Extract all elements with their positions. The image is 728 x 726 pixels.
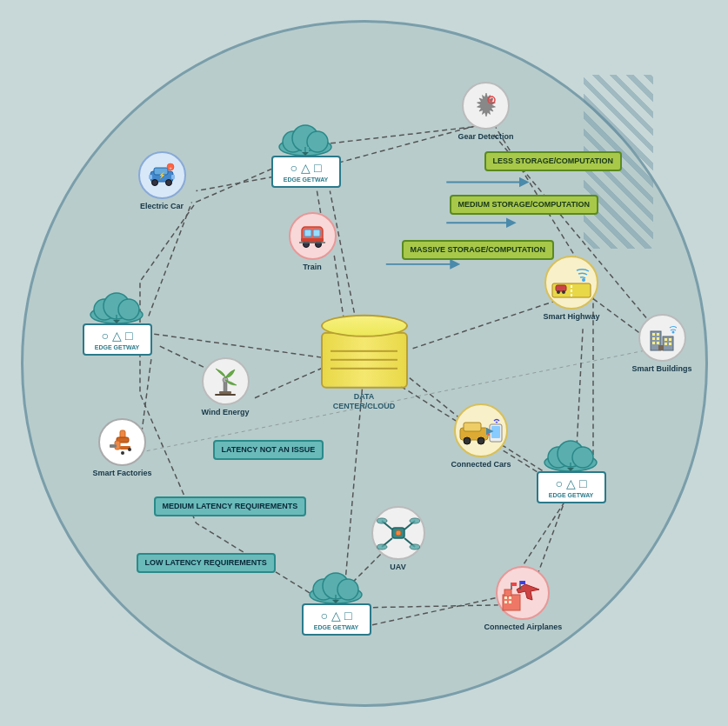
svg-point-107 xyxy=(672,331,675,334)
cloud-right-icon xyxy=(543,438,599,471)
uav-icon xyxy=(371,506,425,560)
svg-point-93 xyxy=(582,278,585,282)
svg-point-116 xyxy=(410,544,420,549)
svg-line-13 xyxy=(411,300,557,349)
smart-buildings-icon xyxy=(638,314,686,362)
svg-text:⚡: ⚡ xyxy=(158,171,166,179)
connected-cars-node: Connected Cars xyxy=(451,403,511,470)
svg-rect-98 xyxy=(652,337,655,340)
wind-energy-icon xyxy=(202,357,250,405)
cloud-top-icon xyxy=(277,123,334,156)
gateway-shapes-right: ○△□ xyxy=(556,476,587,490)
svg-point-56 xyxy=(152,180,158,186)
svg-point-92 xyxy=(562,290,565,294)
wind-energy-node: Wind Energy xyxy=(202,357,250,418)
gear-detection-icon xyxy=(462,82,510,130)
edge-gateway-label-left: EDGE GETWAY xyxy=(95,344,139,350)
edge-gateway-top: ○△□ EDGE GETWAY xyxy=(271,123,341,188)
cloud-bottom-icon xyxy=(308,570,364,603)
edge-gateway-label-top: EDGE GETWAY xyxy=(284,177,328,183)
edge-gateway-box-left: ○△□ EDGE GETWAY xyxy=(83,323,152,356)
svg-point-42 xyxy=(572,447,593,468)
svg-rect-68 xyxy=(301,238,324,242)
smart-buildings-node: Smart Buildings xyxy=(632,314,692,375)
gateway-shapes: ○△□ xyxy=(291,161,322,175)
svg-rect-95 xyxy=(663,336,673,350)
svg-point-78 xyxy=(121,451,124,455)
gateway-shapes-bottom: ○△□ xyxy=(321,609,352,623)
edge-gateway-label-right: EDGE GETWAY xyxy=(549,492,593,498)
edge-gateway-box-right: ○△□ EDGE GETWAY xyxy=(537,471,606,503)
wind-energy-label: Wind Energy xyxy=(202,408,250,418)
electric-car-label: Electric Car xyxy=(140,202,184,212)
train-label: Train xyxy=(303,263,322,273)
svg-point-85 xyxy=(478,437,484,444)
svg-rect-96 xyxy=(652,333,655,336)
uav-label: UAV xyxy=(390,563,405,573)
svg-rect-64 xyxy=(304,230,311,236)
massive-storage-label: MASSIVE STORAGE/COMPUTATION xyxy=(402,240,555,261)
medium-storage-box: MEDIUM STORAGE/COMPUTATION xyxy=(450,195,599,216)
edge-gateway-box-bottom: ○△□ EDGE GETWAY xyxy=(302,603,371,636)
train-icon xyxy=(289,212,337,260)
less-storage-label: LESS STORAGE/COMPUTATION xyxy=(484,151,623,172)
svg-line-18 xyxy=(364,604,498,607)
main-diagram-circle: DATA CENTER/CLOUD ○△□ EDGE GETWAY xyxy=(21,20,708,707)
less-storage-box: LESS STORAGE/COMPUTATION xyxy=(484,151,623,172)
massive-storage-box: MASSIVE STORAGE/COMPUTATION xyxy=(402,240,555,261)
svg-rect-100 xyxy=(652,342,655,344)
svg-point-79 xyxy=(128,448,131,451)
edge-gateway-right: ○△□ EDGE GETWAY xyxy=(537,438,606,503)
svg-rect-83 xyxy=(464,423,481,431)
electric-car-icon: ⚡ + xyxy=(138,151,186,199)
medium-storage-label: MEDIUM STORAGE/COMPUTATION xyxy=(450,195,599,216)
svg-point-115 xyxy=(377,544,387,549)
gear-detection-label: Gear Detection xyxy=(458,132,514,143)
latency-not-issue-box: LATENCY NOT AN ISSUE xyxy=(213,440,324,461)
svg-rect-87 xyxy=(491,426,500,438)
svg-rect-73 xyxy=(215,394,236,396)
svg-rect-123 xyxy=(509,601,511,603)
connected-airplanes-icon xyxy=(496,566,550,620)
svg-text:+: + xyxy=(169,165,172,170)
cloud-left-icon xyxy=(89,290,145,323)
connected-cars-icon xyxy=(454,403,508,457)
latency-not-issue-label: LATENCY NOT AN ISSUE xyxy=(213,440,324,461)
low-latency-box: LOW LATENCY REQUIREMENTS xyxy=(137,553,276,574)
svg-point-48 xyxy=(337,579,358,600)
train-node: Train xyxy=(289,212,337,273)
smart-highway-label: Smart Highway xyxy=(544,312,600,323)
data-center-node: DATA CENTER/CLOUD xyxy=(321,314,408,411)
svg-point-36 xyxy=(118,299,139,320)
svg-rect-127 xyxy=(520,581,525,584)
gear-detection-node: Gear Detection xyxy=(458,82,514,143)
svg-rect-102 xyxy=(665,338,667,341)
connected-airplanes-label: Connected Airplanes xyxy=(484,623,563,633)
svg-point-91 xyxy=(557,290,560,294)
svg-rect-101 xyxy=(657,342,659,344)
svg-rect-119 xyxy=(504,589,511,596)
svg-point-57 xyxy=(166,180,172,186)
edge-gateway-bottom: ○△□ EDGE GETWAY xyxy=(302,570,371,636)
svg-rect-105 xyxy=(669,343,671,345)
smart-highway-icon xyxy=(544,256,598,310)
svg-rect-90 xyxy=(556,285,566,291)
svg-rect-97 xyxy=(657,333,659,336)
svg-rect-104 xyxy=(665,343,667,345)
svg-rect-125 xyxy=(511,583,517,586)
svg-rect-106 xyxy=(658,345,664,350)
smart-factories-icon xyxy=(98,418,146,466)
smart-highway-node: Smart Highway xyxy=(544,256,600,323)
svg-line-7 xyxy=(148,202,191,316)
svg-point-117 xyxy=(396,530,401,536)
connected-cars-label: Connected Cars xyxy=(451,460,511,470)
svg-rect-72 xyxy=(219,391,231,394)
medium-latency-label: MEDIUM LATENCY REQUIREMENTS xyxy=(154,496,307,517)
edge-gateway-label-bottom: EDGE GETWAY xyxy=(314,624,358,630)
low-latency-label: LOW LATENCY REQUIREMENTS xyxy=(137,553,276,574)
edge-gateway-box-top: ○△□ EDGE GETWAY xyxy=(271,156,341,188)
smart-factories-node: Smart Factories xyxy=(93,418,152,479)
svg-point-113 xyxy=(377,518,387,523)
edge-gateway-left: ○△□ EDGE GETWAY xyxy=(83,290,152,356)
svg-rect-99 xyxy=(657,337,659,340)
